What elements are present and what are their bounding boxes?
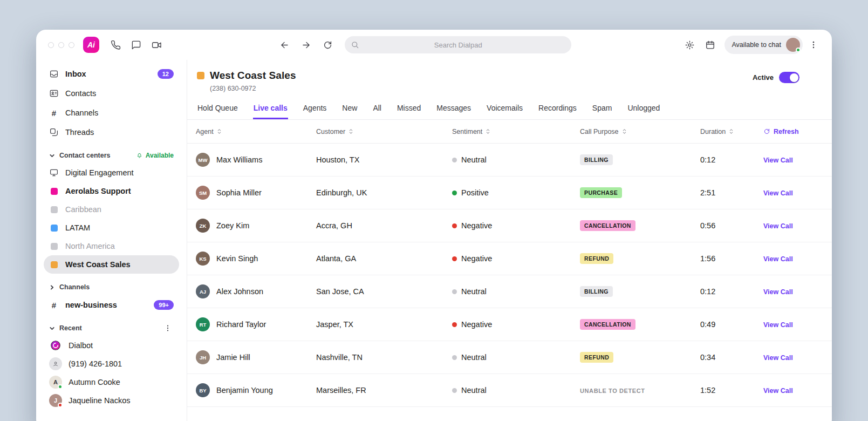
tab-voicemails[interactable]: Voicemails [486, 99, 523, 119]
tab-all[interactable]: All [372, 99, 382, 119]
customer-location: Edinburgh, UK [316, 188, 452, 197]
dialpad-ai-logo[interactable]: Ai [83, 37, 99, 53]
sidebar-item-threads[interactable]: Threads [44, 123, 179, 142]
view-call-link[interactable]: View Call [763, 321, 793, 329]
sidebar-item-digital-engagement[interactable]: Digital Engagement [44, 164, 179, 182]
view-call-link[interactable]: View Call [763, 157, 793, 164]
channels-section-header[interactable]: Channels [44, 279, 179, 295]
tab-spam[interactable]: Spam [592, 99, 613, 119]
refresh-icon [763, 128, 770, 135]
avatar-initials: JH [200, 355, 206, 361]
sidebar-item-contacts[interactable]: Contacts [44, 84, 179, 103]
sentiment-label: Negative [461, 221, 492, 230]
view-call-link[interactable]: View Call [763, 354, 793, 362]
app-window: Ai [36, 30, 832, 421]
phone-icon[interactable] [106, 36, 125, 54]
messages-icon[interactable] [126, 36, 146, 54]
view-call-link[interactable]: View Call [763, 222, 793, 230]
call-duration: 1:56 [700, 254, 763, 263]
gear-icon[interactable] [680, 36, 700, 54]
tab-hold-queue[interactable]: Hold Queue [197, 99, 238, 119]
forward-icon[interactable] [296, 36, 316, 54]
sidebar-item-dialbot[interactable]: Dialbot [44, 336, 179, 355]
tab-messages[interactable]: Messages [436, 99, 471, 119]
sidebar-item-jaqueline-nackos[interactable]: J Jaqueline Nackos [44, 391, 179, 410]
sidebar-item-aerolabs-support[interactable]: Aerolabs Support [44, 182, 179, 200]
contact-centers-header[interactable]: Contact centers Available [44, 147, 179, 164]
sidebar-item-caribbean[interactable]: Caribbean [44, 200, 179, 219]
agent-avatar: MW [196, 153, 210, 167]
color-square [51, 188, 58, 195]
tab-agents[interactable]: Agents [303, 99, 327, 119]
page-title: West Coast Sales [210, 70, 296, 82]
video-icon[interactable] [147, 36, 166, 54]
view-call-link[interactable]: View Call [763, 255, 793, 263]
table-row: MWMax Williams Houston, TX Neutral BILLI… [187, 144, 832, 176]
sidebar-item-label: Threads [65, 128, 94, 137]
call-duration: 0:12 [700, 287, 763, 296]
back-icon[interactable] [275, 36, 294, 54]
sentiment-dot [452, 322, 457, 327]
column-label: Customer [316, 128, 345, 135]
agent-avatar: SM [196, 186, 210, 200]
sidebar-item-label: Aerolabs Support [65, 187, 131, 195]
sentiment-dot [452, 355, 457, 360]
view-call-link[interactable]: View Call [763, 288, 793, 296]
tab-missed[interactable]: Missed [397, 99, 421, 119]
sidebar-item-north-america[interactable]: North America [44, 237, 179, 255]
reload-icon[interactable] [318, 36, 337, 54]
column-header-customer[interactable]: Customer [316, 128, 452, 135]
refresh-button[interactable]: Refresh [763, 128, 832, 135]
tab-recordings[interactable]: Recordings [538, 99, 577, 119]
agent-name: Max Williams [216, 155, 262, 164]
sidebar-item-west-coast-sales[interactable]: West Coast Sales [44, 255, 179, 274]
availability-status[interactable]: Available to chat [725, 36, 803, 54]
dialbot-avatar [49, 339, 62, 352]
recent-options-icon[interactable] [162, 322, 174, 334]
sidebar-item-autumn-cooke[interactable]: A Autumn Cooke [44, 373, 179, 391]
search-input[interactable] [345, 36, 571, 53]
sidebar-item-latam[interactable]: LATAM [44, 219, 179, 237]
column-header-duration[interactable]: Duration [700, 128, 763, 135]
column-header-agent[interactable]: Agent [196, 128, 316, 135]
column-header-call-purpose[interactable]: Call Purpose [580, 128, 700, 135]
view-call-link[interactable]: View Call [763, 387, 793, 395]
avatar-initials: RT [200, 322, 207, 328]
more-options-icon[interactable] [804, 36, 823, 54]
section-label: Recent [59, 324, 82, 332]
call-duration: 0:34 [700, 353, 763, 362]
sentiment-label: Negative [461, 254, 492, 263]
sentiment-label: Neutral [461, 353, 487, 362]
topbar-right: Available to chat [680, 36, 824, 54]
calendar-icon[interactable] [701, 36, 720, 54]
contacts-icon [49, 89, 59, 98]
sentiment-label: Neutral [461, 155, 487, 164]
sort-icon [622, 128, 627, 135]
sentiment-dot [452, 191, 457, 195]
call-purpose-badge: CANCELLATION [580, 319, 635, 330]
sort-icon [729, 128, 734, 135]
table-header-row: Agent Customer Sentiment Call Purpose Du… [187, 120, 832, 144]
agent-name: Kevin Singh [216, 254, 258, 263]
tab-new[interactable]: New [341, 99, 358, 119]
active-toggle[interactable] [779, 72, 799, 83]
threads-icon [49, 127, 59, 137]
sidebar-item-phone-contact[interactable]: (919) 426-1801 [44, 355, 179, 373]
table-row: KSKevin Singh Atlanta, GA Negative REFUN… [187, 242, 832, 275]
tab-unlogged[interactable]: Unlogged [627, 99, 660, 119]
recent-section-header[interactable]: Recent [44, 320, 179, 336]
sentiment-dot [452, 388, 457, 393]
availability-label: Available to chat [732, 41, 782, 49]
inbox-badge: 12 [158, 69, 174, 79]
sort-icon [217, 128, 222, 135]
tab-live-calls[interactable]: Live calls [253, 99, 288, 119]
column-header-sentiment[interactable]: Sentiment [452, 128, 580, 135]
window-controls[interactable] [48, 42, 74, 48]
sidebar-item-new-business[interactable]: # new-business 99+ [44, 295, 179, 315]
call-purpose-badge: BILLING [580, 154, 613, 165]
sentiment-dot [452, 223, 457, 228]
view-call-link[interactable]: View Call [763, 189, 793, 197]
sidebar-item-channels[interactable]: # Channels [44, 103, 179, 123]
sidebar-item-inbox[interactable]: Inbox 12 [44, 64, 179, 84]
call-duration: 2:51 [700, 188, 763, 197]
